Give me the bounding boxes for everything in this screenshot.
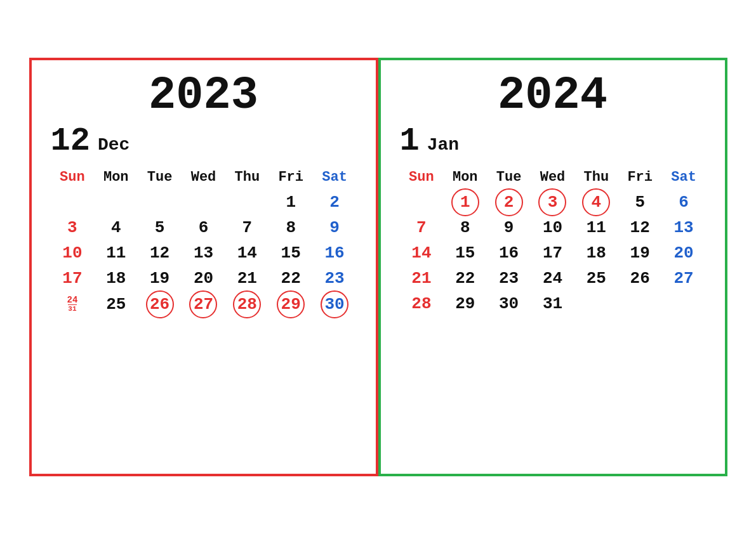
day-empty [400,190,444,214]
day-jan-22: 22 [443,266,487,290]
jan-week-1: 1 2 3 4 5 6 [400,190,706,214]
day-dec-25: 25 [94,292,138,316]
header-sat: Sat [313,167,357,188]
day-dec-7: 7 [225,216,269,240]
header-thu: Thu [225,167,269,188]
day-dec-5: 5 [138,216,182,240]
month-name-dec: Dec [98,135,129,155]
day-dec-11: 11 [94,241,138,265]
day-jan-10: 10 [531,216,574,240]
day-empty [51,190,95,214]
day-jan-31: 31 [531,292,574,316]
day-dec-26: 26 [138,292,182,316]
jan-header-tue: Tue [487,167,531,188]
day-jan-29: 29 [443,292,487,316]
month-name-jan: Jan [427,135,459,155]
dec-week-1: 1 2 [51,190,357,214]
day-jan-8: 8 [443,216,487,240]
day-jan-20: 19 [618,241,662,265]
day-jan-25: 25 [574,266,618,290]
year-2023: 2023 [51,73,357,119]
day-dec-8: 8 [269,216,313,240]
day-jan-19: 18 [574,241,618,265]
day-jan-18: 17 [531,241,574,265]
day-dec-10: 10 [51,241,95,265]
dec-week-4: 17 18 19 20 21 22 23 [51,266,357,290]
day-empty [662,292,706,316]
dec-grid: Sun Mon Tue Wed Thu Fri Sat 1 2 [51,167,357,316]
day-dec-20: 20 [182,266,225,290]
day-dec-28: 28 [225,292,269,316]
day-dec-27: 27 [182,292,225,316]
day-jan-27s: 27 [662,266,706,290]
day-empty [574,292,618,316]
dec-day-headers: Sun Mon Tue Wed Thu Fri Sat [51,167,357,188]
day-jan-12: 12 [618,216,662,240]
month-number-dec: 12 [51,125,90,158]
day-jan-5: 5 [618,190,662,214]
day-dec-4: 4 [94,216,138,240]
day-empty [182,190,225,214]
day-jan-20s: 20 [662,241,706,265]
day-dec-19: 19 [138,266,182,290]
day-dec-18: 18 [94,266,138,290]
jan-weeks: 1 2 3 4 5 6 7 8 9 10 11 12 13 [400,190,706,316]
day-jan-7: 7 [400,216,444,240]
jan-header-sat: Sat [662,167,706,188]
jan-day-headers: Sun Mon Tue Wed Thu Fri Sat [400,167,706,188]
jan-header-thu: Thu [574,167,618,188]
day-jan-17: 16 [487,241,531,265]
day-jan-24: 24 [531,266,574,290]
header-fri: Fri [269,167,313,188]
day-jan-6: 6 [662,190,706,214]
header-wed: Wed [182,167,225,188]
jan-week-2: 7 8 9 10 11 12 13 [400,216,706,240]
day-jan-11: 11 [574,216,618,240]
day-jan-1: 1 [443,190,487,214]
jan-header-wed: Wed [531,167,574,188]
day-dec-24-31: 24 31 [51,292,95,316]
day-dec-23: 23 [313,266,357,290]
month-header-dec: 12 Dec [51,125,357,158]
january-2024-calendar: 2024 1 Jan Sun Mon Tue Wed Thu Fri Sat 1… [378,58,727,476]
jan-grid: Sun Mon Tue Wed Thu Fri Sat 1 2 3 4 5 6 [400,167,706,316]
jan-header-fri: Fri [618,167,662,188]
jan-header-mon: Mon [443,167,487,188]
day-jan-23: 23 [487,266,531,290]
day-dec-6: 6 [182,216,225,240]
day-jan-3: 3 [531,190,574,214]
day-dec-12: 12 [138,241,182,265]
day-jan-14: 14 [400,241,444,265]
day-dec-14: 14 [225,241,269,265]
header-tue: Tue [138,167,182,188]
day-jan-13: 13 [662,216,706,240]
day-jan-21: 21 [400,266,444,290]
jan-week-5: 28 29 30 31 [400,292,706,316]
day-jan-28: 28 [400,292,444,316]
day-jan-15: 15 [443,241,487,265]
jan-week-3: 14 15 16 17 18 19 20 [400,241,706,265]
day-jan-4: 4 [574,190,618,214]
day-empty [94,190,138,214]
day-jan-27: 26 [618,266,662,290]
dec-week-5: 24 31 25 26 27 28 29 30 [51,292,357,316]
dec-weeks: 1 2 3 4 5 6 7 8 9 10 11 12 [51,190,357,316]
day-empty [618,292,662,316]
day-empty [225,190,269,214]
header-mon: Mon [94,167,138,188]
december-2023-calendar: 2023 12 Dec Sun Mon Tue Wed Thu Fri Sat [29,58,378,476]
day-jan-30: 30 [487,292,531,316]
day-dec-30: 30 [313,292,357,316]
day-dec-1: 1 [269,190,313,214]
day-dec-15: 15 [269,241,313,265]
dec-week-2: 3 4 5 6 7 8 9 [51,216,357,240]
day-jan-9: 9 [487,216,531,240]
day-dec-3: 3 [51,216,95,240]
day-jan-2: 2 [487,190,531,214]
header-sun: Sun [51,167,95,188]
day-dec-13: 13 [182,241,225,265]
day-dec-9: 9 [313,216,357,240]
day-empty [138,190,182,214]
day-dec-29: 29 [269,292,313,316]
day-dec-16: 16 [313,241,357,265]
